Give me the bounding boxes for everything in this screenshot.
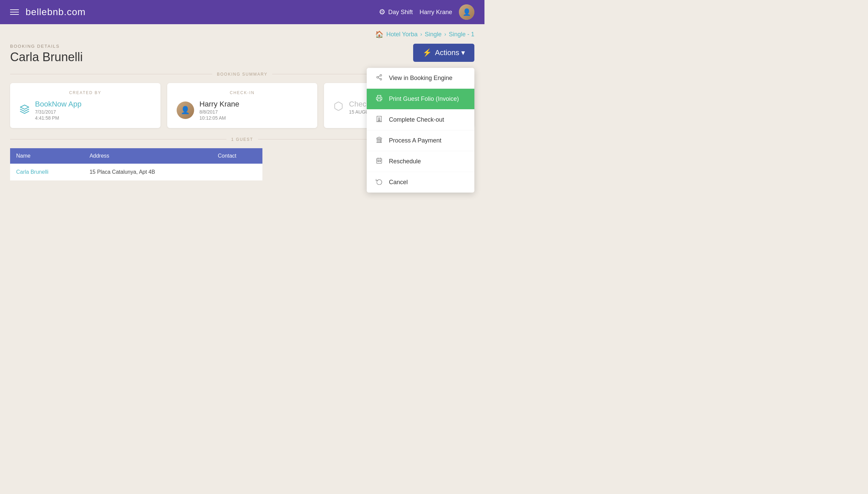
svg-rect-7	[377, 116, 381, 122]
lightning-icon: ⚡	[422, 49, 432, 57]
guest-table-header-row: Name Address Contact	[10, 148, 263, 164]
avatar	[459, 4, 474, 20]
dropdown-complete-checkout-label: Complete Check-out	[389, 116, 444, 124]
guest-table-head: Name Address Contact	[10, 148, 263, 164]
booking-label: BOOKING DETAILS	[10, 44, 83, 49]
guest-contact-cell	[212, 164, 263, 181]
dropdown-print-folio-label: Print Guest Folio (Invoice)	[389, 95, 459, 102]
guest-table-body: Carla Brunelli 15 Placa Catalunya, Apt 4…	[10, 164, 263, 181]
svg-rect-8	[379, 118, 379, 119]
svg-rect-14	[379, 121, 380, 122]
booking-summary-label: BOOKING SUMMARY	[212, 72, 272, 77]
bank-icon	[375, 136, 383, 145]
dropdown-view-booking-label: View in Booking Engine	[389, 75, 452, 82]
avatar-image	[459, 4, 474, 20]
table-row: Carla Brunelli 15 Placa Catalunya, Apt 4…	[10, 164, 263, 181]
svg-rect-28	[380, 161, 381, 162]
calendar-icon	[375, 157, 383, 166]
breadcrumb-sep-2: ›	[445, 31, 446, 37]
layers-icon	[19, 104, 30, 117]
breadcrumb: 🏠 Hotel Yorba › Single › Single - 1	[0, 24, 485, 40]
actions-area: ⚡ Actions ▾ View in Booking Engine	[413, 44, 474, 62]
actions-button[interactable]: ⚡ Actions ▾	[413, 44, 474, 62]
booking-header: BOOKING DETAILS Carla Brunelli ⚡ Actions…	[10, 44, 474, 64]
svg-rect-5	[378, 99, 381, 101]
card-checkin-label: CHECK-IN	[177, 90, 308, 95]
shift-label: Day Shift	[388, 9, 413, 16]
building-icon	[375, 116, 383, 124]
checkin-avatar: 👤	[177, 101, 194, 119]
app-header: bellebnb.com ⚙ Day Shift Harry Krane	[0, 0, 485, 24]
dropdown-cancel[interactable]: Cancel	[367, 172, 474, 193]
svg-rect-10	[379, 120, 379, 120]
header-right: ⚙ Day Shift Harry Krane	[379, 4, 474, 20]
share-icon	[375, 74, 383, 82]
actions-dropdown: View in Booking Engine Print Guest Folio…	[367, 68, 474, 193]
header-left: bellebnb.com	[10, 7, 86, 18]
card-created-by: CREATED BY BookNow App 7/31/2017 4:41:58…	[10, 83, 161, 128]
card-checkin-date: 8/8/2017	[199, 109, 239, 115]
dropdown-cancel-label: Cancel	[389, 179, 408, 186]
svg-rect-23	[377, 158, 382, 163]
svg-marker-29	[20, 105, 29, 109]
breadcrumb-sep-1: ›	[420, 31, 422, 37]
card-created-by-info: BookNow App 7/31/2017 4:41:58 PM	[35, 100, 82, 121]
guest-section-label: 1 GUEST	[227, 137, 258, 142]
guest-table: Name Address Contact Carla Brunelli 15 P…	[10, 148, 263, 181]
gear-icon: ⚙	[379, 8, 385, 17]
actions-label: Actions ▾	[435, 49, 465, 57]
guest-name-link[interactable]: Carla Brunelli	[16, 169, 49, 175]
plane-icon	[333, 101, 344, 114]
cancel-icon	[375, 178, 383, 187]
print-icon	[375, 95, 383, 103]
col-address: Address	[84, 148, 212, 164]
svg-rect-27	[378, 161, 379, 162]
svg-rect-9	[380, 118, 380, 119]
breadcrumb-room[interactable]: Single - 1	[449, 31, 474, 38]
dropdown-view-booking[interactable]: View in Booking Engine	[367, 68, 474, 89]
dropdown-process-payment-label: Process A Payment	[389, 137, 441, 144]
guest-name-cell: Carla Brunelli	[10, 164, 84, 181]
card-checkin-info: Harry Krane 8/8/2017 10:12:05 AM	[199, 100, 239, 121]
home-icon[interactable]: 🏠	[375, 30, 383, 38]
card-created-by-time: 4:41:58 PM	[35, 115, 82, 121]
svg-line-3	[378, 78, 380, 79]
card-checkin-name: Harry Krane	[199, 100, 239, 109]
breadcrumb-room-type[interactable]: Single	[425, 31, 442, 38]
dropdown-complete-checkout[interactable]: Complete Check-out	[367, 110, 474, 130]
svg-rect-11	[380, 120, 380, 120]
card-checkin: CHECK-IN 👤 Harry Krane 8/8/2017 10:12:05…	[167, 83, 318, 128]
user-name: Harry Krane	[419, 9, 452, 16]
dropdown-print-folio[interactable]: Print Guest Folio (Invoice)	[367, 89, 474, 110]
svg-marker-17	[377, 137, 382, 138]
booking-title-area: BOOKING DETAILS Carla Brunelli	[10, 44, 83, 64]
card-created-by-date: 7/31/2017	[35, 109, 82, 115]
card-checkin-content: 👤 Harry Krane 8/8/2017 10:12:05 AM	[177, 100, 308, 121]
card-created-by-content: BookNow App 7/31/2017 4:41:58 PM	[19, 100, 151, 121]
dropdown-reschedule-label: Reschedule	[389, 158, 421, 165]
col-name: Name	[10, 148, 84, 164]
card-checkin-time: 10:12:05 AM	[199, 115, 239, 121]
col-contact: Contact	[212, 148, 263, 164]
breadcrumb-hotel[interactable]: Hotel Yorba	[386, 31, 417, 38]
dropdown-process-payment[interactable]: Process A Payment	[367, 130, 474, 151]
dropdown-reschedule[interactable]: Reschedule	[367, 151, 474, 172]
shift-info: ⚙ Day Shift	[379, 8, 413, 17]
card-created-by-label: CREATED BY	[19, 90, 151, 95]
hamburger-menu[interactable]	[10, 10, 19, 15]
booking-guest-name: Carla Brunelli	[10, 50, 83, 64]
main-content: BOOKING DETAILS Carla Brunelli ⚡ Actions…	[0, 40, 485, 191]
logo: bellebnb.com	[25, 7, 86, 18]
svg-line-4	[378, 76, 380, 77]
guest-address-cell: 15 Placa Catalunya, Apt 4B	[84, 164, 212, 181]
card-created-by-title: BookNow App	[35, 100, 82, 109]
